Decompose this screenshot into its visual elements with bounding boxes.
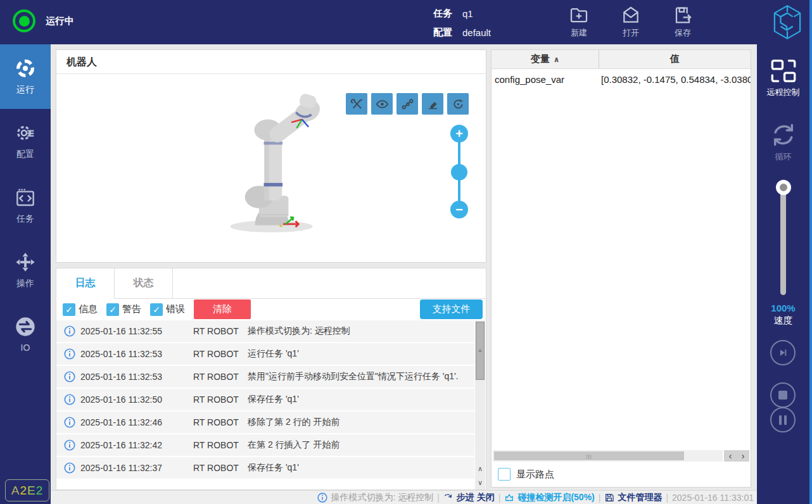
log-filter[interactable]: 信息 bbox=[63, 303, 98, 316]
variables-header: 变量 ∧ 值 bbox=[492, 50, 751, 69]
support-files-button[interactable]: 支持文件 bbox=[420, 299, 483, 319]
scroll-right-icon[interactable]: › bbox=[742, 451, 745, 460]
log-entry-row[interactable]: 2025-01-16 11:32:42 RT ROBOT 在第 2 行插入了 开… bbox=[56, 434, 474, 457]
sidebar-item-label: 运行 bbox=[16, 84, 34, 96]
log-filter[interactable]: 错误 bbox=[150, 303, 185, 316]
log-source: RT ROBOT bbox=[193, 394, 248, 405]
open-task-icon bbox=[621, 5, 641, 25]
filter-checkbox[interactable] bbox=[150, 303, 163, 316]
view-tool-button[interactable] bbox=[346, 93, 367, 115]
log-message: 移除了第 2 行的 开始前 bbox=[248, 417, 474, 428]
scroll-up-icon[interactable]: ∧ bbox=[475, 462, 485, 476]
statusbar-mode-message: 操作模式切换为: 远程控制 bbox=[317, 492, 433, 503]
variable-table-row[interactable]: config_pose_var [0.30832, -0.1475, 0.548… bbox=[492, 69, 751, 89]
view-tool-button[interactable] bbox=[396, 93, 418, 115]
topbar-action-button[interactable]: 新建 bbox=[566, 5, 592, 39]
info-icon bbox=[64, 439, 75, 451]
log-message: 在第 2 行插入了 开始前 bbox=[248, 439, 474, 451]
remote-control-mode[interactable]: 远程控制 bbox=[757, 58, 809, 98]
scroll-down-icon[interactable]: ∨ bbox=[475, 476, 485, 489]
log-source: RT ROBOT bbox=[193, 440, 248, 450]
statusbar-file-manager[interactable]: 文件管理器 bbox=[604, 492, 662, 503]
log-panel-tab[interactable]: 日志 bbox=[56, 268, 115, 299]
h-scroll-buttons: ‹ › bbox=[724, 450, 749, 462]
log-panel: 日志 状态 信息 警告 错误 清除 支持文件 2025-01-16 11:32:… bbox=[56, 268, 486, 490]
scrollbar-thumb[interactable]: ≡ bbox=[476, 322, 485, 380]
zoom-out-button[interactable]: − bbox=[450, 201, 468, 218]
stop-button[interactable] bbox=[770, 382, 796, 408]
scrollbar-thumb[interactable]: ||| bbox=[494, 451, 684, 460]
log-entry-row[interactable]: 2025-01-16 11:32:55 RT ROBOT 操作模式切换为: 远程… bbox=[56, 320, 474, 343]
window-edge-strip bbox=[809, 0, 812, 504]
log-filter[interactable]: 警告 bbox=[106, 303, 141, 316]
sort-asc-icon: ∧ bbox=[554, 55, 560, 64]
speed-slider-track[interactable] bbox=[780, 190, 786, 295]
view-tool-button[interactable] bbox=[447, 93, 469, 115]
log-entry-row[interactable]: 2025-01-16 11:32:37 RT ROBOT 保存任务 'q1' bbox=[56, 457, 474, 480]
log-panel-tab[interactable]: 状态 bbox=[115, 268, 173, 299]
log-list: 2025-01-16 11:32:55 RT ROBOT 操作模式切换为: 远程… bbox=[56, 320, 474, 489]
log-entry-row[interactable]: 2025-01-16 11:32:50 RT ROBOT 保存任务 'q1' bbox=[56, 389, 474, 412]
statusbar-step-mode[interactable]: 步进 关闭 bbox=[443, 492, 495, 503]
column-header-value[interactable]: 值 bbox=[599, 50, 751, 68]
log-time: 2025-01-16 11:32:37 bbox=[80, 463, 193, 473]
sidebar-item[interactable]: 操作 bbox=[0, 238, 51, 303]
task-config-block: 任务 q1 配置 default bbox=[433, 4, 491, 42]
variables-horizontal-scrollbar[interactable]: ||| bbox=[493, 450, 723, 462]
pause-button[interactable] bbox=[770, 407, 796, 432]
collision-icon bbox=[504, 493, 514, 503]
path-icon bbox=[401, 98, 414, 111]
sidebar-item[interactable]: 运行 bbox=[0, 44, 51, 109]
topbar-action-label: 保存 bbox=[675, 27, 691, 39]
scroll-left-icon[interactable]: ‹ bbox=[729, 451, 732, 460]
speed-slider-handle[interactable] bbox=[776, 180, 791, 195]
info-icon bbox=[317, 493, 327, 503]
new-task-icon bbox=[569, 5, 589, 25]
view-toolbar bbox=[346, 93, 469, 115]
sidebar-item[interactable]: 配置 bbox=[0, 109, 51, 173]
statusbar-collision-detect[interactable]: 碰撞检测开启(50%) bbox=[504, 492, 594, 503]
brand-logo-icon bbox=[773, 4, 802, 40]
log-entry-row[interactable]: 2025-01-16 11:32:53 RT ROBOT 运行任务 'q1' bbox=[56, 343, 474, 366]
show-waypoints-toggle[interactable]: 显示路点 bbox=[498, 468, 554, 481]
filter-label: 错误 bbox=[166, 303, 185, 315]
log-tab-row: 日志 状态 bbox=[56, 268, 486, 299]
topbar-action-label: 打开 bbox=[623, 27, 639, 39]
show-waypoints-checkbox[interactable] bbox=[498, 468, 511, 481]
view-tool-button[interactable] bbox=[422, 93, 443, 115]
loop-label: 循环 bbox=[775, 151, 792, 163]
log-entry-row[interactable]: 2025-01-16 11:32:46 RT ROBOT 移除了第 2 行的 开… bbox=[56, 412, 474, 434]
show-waypoints-label: 显示路点 bbox=[516, 469, 554, 481]
sidebar-item[interactable]: IO bbox=[0, 303, 51, 367]
log-entry-row[interactable]: 2025-01-16 11:32:53 RT ROBOT 禁用"运行前手动移动到… bbox=[56, 366, 474, 389]
topbar-action-button[interactable]: 打开 bbox=[618, 5, 644, 39]
clear-log-button[interactable]: 清除 bbox=[194, 299, 251, 319]
column-header-variable[interactable]: 变量 ∧ bbox=[492, 50, 599, 68]
panel-title: 机器人 bbox=[56, 50, 486, 74]
log-vertical-scrollbar[interactable]: ≡ ∧ ∨ bbox=[475, 320, 485, 489]
log-message: 运行任务 'q1' bbox=[248, 348, 474, 360]
tools-icon bbox=[350, 98, 364, 111]
info-icon bbox=[64, 348, 75, 360]
filter-checkbox[interactable] bbox=[63, 303, 75, 316]
variables-table-body: config_pose_var [0.30832, -0.1475, 0.548… bbox=[492, 69, 751, 89]
config-label: 配置 bbox=[433, 27, 457, 39]
remote-control-label: 远程控制 bbox=[767, 87, 800, 98]
zoom-slider-handle[interactable] bbox=[451, 164, 467, 180]
info-icon bbox=[64, 462, 75, 474]
log-time: 2025-01-16 11:32:42 bbox=[80, 440, 193, 450]
remote-control-icon bbox=[769, 58, 798, 84]
loop-toggle[interactable]: 循环 bbox=[757, 122, 809, 163]
step-forward-button[interactable] bbox=[770, 340, 796, 365]
filter-checkbox[interactable] bbox=[106, 303, 119, 316]
sidebar-item[interactable]: 任务 bbox=[0, 173, 51, 238]
topbar-action-label: 新建 bbox=[571, 27, 587, 39]
topbar-action-button[interactable]: 保存 bbox=[669, 5, 696, 39]
log-time: 2025-01-16 11:32:46 bbox=[80, 417, 193, 427]
zoom-in-button[interactable]: + bbox=[450, 125, 468, 142]
robot-arm-3d-view[interactable] bbox=[225, 87, 326, 244]
view-tool-button[interactable] bbox=[371, 93, 393, 115]
log-source: RT ROBOT bbox=[193, 372, 248, 382]
pause-icon bbox=[779, 415, 787, 425]
sidebar-nav: 运行 配置 任务 操作 IO bbox=[0, 44, 51, 367]
